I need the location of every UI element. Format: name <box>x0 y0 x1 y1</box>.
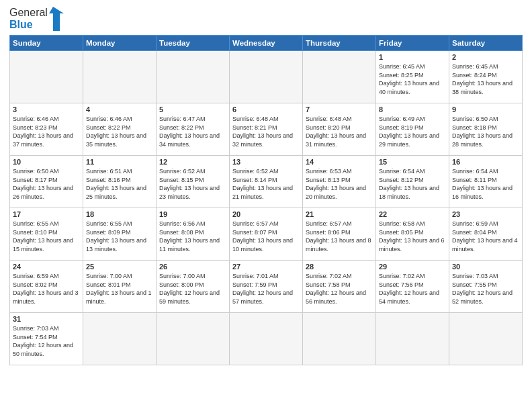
calendar-cell: 22Sunrise: 6:58 AM Sunset: 8:05 PM Dayli… <box>376 208 449 261</box>
calendar-header: SundayMondayTuesdayWednesdayThursdayFrid… <box>10 36 523 51</box>
calendar-cell: 30Sunrise: 7:03 AM Sunset: 7:55 PM Dayli… <box>449 261 523 313</box>
week-row-4: 17Sunrise: 6:55 AM Sunset: 8:10 PM Dayli… <box>10 208 523 261</box>
day-info: Sunrise: 6:54 AM Sunset: 8:11 PM Dayligh… <box>452 167 519 201</box>
calendar-cell: 7Sunrise: 6:48 AM Sunset: 8:20 PM Daylig… <box>303 103 376 156</box>
page-header: General Blue <box>9 7 523 31</box>
day-info: Sunrise: 6:46 AM Sunset: 8:23 PM Dayligh… <box>13 115 80 148</box>
day-number: 2 <box>452 53 519 61</box>
day-info: Sunrise: 6:45 AM Sunset: 8:25 PM Dayligh… <box>379 62 446 96</box>
calendar-cell <box>10 51 83 103</box>
calendar-cell: 15Sunrise: 6:54 AM Sunset: 8:12 PM Dayli… <box>376 156 449 208</box>
day-info: Sunrise: 6:47 AM Sunset: 8:22 PM Dayligh… <box>159 115 226 148</box>
calendar-cell <box>230 313 303 365</box>
day-number: 17 <box>13 210 80 218</box>
day-number: 27 <box>232 263 300 271</box>
day-number: 29 <box>379 263 446 271</box>
calendar-cell: 11Sunrise: 6:51 AM Sunset: 8:16 PM Dayli… <box>83 156 157 208</box>
day-number: 30 <box>452 263 519 271</box>
weekday-header-friday: Friday <box>376 36 449 51</box>
calendar-cell <box>230 51 303 103</box>
day-number: 6 <box>232 105 300 113</box>
day-info: Sunrise: 6:52 AM Sunset: 8:14 PM Dayligh… <box>232 167 300 201</box>
weekday-header-tuesday: Tuesday <box>157 36 230 51</box>
calendar-body: 1Sunrise: 6:45 AM Sunset: 8:25 PM Daylig… <box>10 51 523 365</box>
calendar-cell: 12Sunrise: 6:52 AM Sunset: 8:15 PM Dayli… <box>157 156 230 208</box>
calendar-cell: 17Sunrise: 6:55 AM Sunset: 8:10 PM Dayli… <box>10 208 83 261</box>
calendar-cell <box>303 313 376 365</box>
day-number: 10 <box>13 158 80 166</box>
day-info: Sunrise: 6:57 AM Sunset: 8:06 PM Dayligh… <box>306 220 373 253</box>
day-number: 31 <box>13 315 80 323</box>
calendar-cell <box>376 313 449 365</box>
day-number: 23 <box>452 210 519 218</box>
calendar-cell <box>83 51 157 103</box>
calendar-cell: 28Sunrise: 7:02 AM Sunset: 7:58 PM Dayli… <box>303 261 376 313</box>
weekday-row: SundayMondayTuesdayWednesdayThursdayFrid… <box>10 36 523 51</box>
calendar-cell: 8Sunrise: 6:49 AM Sunset: 8:19 PM Daylig… <box>376 103 449 156</box>
calendar-cell: 9Sunrise: 6:50 AM Sunset: 8:18 PM Daylig… <box>449 103 523 156</box>
day-number: 13 <box>232 158 300 166</box>
day-number: 15 <box>379 158 446 166</box>
day-info: Sunrise: 6:52 AM Sunset: 8:15 PM Dayligh… <box>159 167 226 201</box>
day-number: 16 <box>452 158 519 166</box>
weekday-header-thursday: Thursday <box>303 36 376 51</box>
calendar-cell: 16Sunrise: 6:54 AM Sunset: 8:11 PM Dayli… <box>449 156 523 208</box>
calendar-cell <box>83 313 157 365</box>
weekday-header-wednesday: Wednesday <box>230 36 303 51</box>
day-info: Sunrise: 6:57 AM Sunset: 8:07 PM Dayligh… <box>232 220 300 253</box>
calendar-cell: 25Sunrise: 7:00 AM Sunset: 8:01 PM Dayli… <box>83 261 157 313</box>
calendar-cell: 13Sunrise: 6:52 AM Sunset: 8:14 PM Dayli… <box>230 156 303 208</box>
weekday-header-saturday: Saturday <box>449 36 523 51</box>
week-row-3: 10Sunrise: 6:50 AM Sunset: 8:17 PM Dayli… <box>10 156 523 208</box>
svg-marker-0 <box>49 7 64 31</box>
calendar-cell: 1Sunrise: 6:45 AM Sunset: 8:25 PM Daylig… <box>376 51 449 103</box>
weekday-header-monday: Monday <box>83 36 157 51</box>
day-number: 26 <box>159 263 226 271</box>
day-number: 28 <box>306 263 373 271</box>
day-number: 1 <box>379 53 446 61</box>
calendar-cell: 21Sunrise: 6:57 AM Sunset: 8:06 PM Dayli… <box>303 208 376 261</box>
calendar-cell: 24Sunrise: 6:59 AM Sunset: 8:02 PM Dayli… <box>10 261 83 313</box>
day-info: Sunrise: 6:51 AM Sunset: 8:16 PM Dayligh… <box>86 167 153 201</box>
calendar-cell: 2Sunrise: 6:45 AM Sunset: 8:24 PM Daylig… <box>449 51 523 103</box>
day-number: 9 <box>452 105 519 113</box>
weekday-header-sunday: Sunday <box>10 36 83 51</box>
day-info: Sunrise: 7:03 AM Sunset: 7:54 PM Dayligh… <box>13 324 80 358</box>
week-row-1: 1Sunrise: 6:45 AM Sunset: 8:25 PM Daylig… <box>10 51 523 103</box>
day-info: Sunrise: 7:02 AM Sunset: 7:56 PM Dayligh… <box>379 272 446 306</box>
day-info: Sunrise: 6:50 AM Sunset: 8:18 PM Dayligh… <box>452 115 519 148</box>
day-info: Sunrise: 6:53 AM Sunset: 8:13 PM Dayligh… <box>306 167 373 201</box>
day-info: Sunrise: 6:56 AM Sunset: 8:08 PM Dayligh… <box>159 220 226 253</box>
calendar-cell: 14Sunrise: 6:53 AM Sunset: 8:13 PM Dayli… <box>303 156 376 208</box>
day-info: Sunrise: 6:50 AM Sunset: 8:17 PM Dayligh… <box>13 167 80 201</box>
day-info: Sunrise: 6:55 AM Sunset: 8:10 PM Dayligh… <box>13 220 80 253</box>
day-info: Sunrise: 7:00 AM Sunset: 8:00 PM Dayligh… <box>159 272 226 306</box>
logo-blue: Blue <box>9 19 33 30</box>
day-number: 11 <box>86 158 153 166</box>
day-info: Sunrise: 6:58 AM Sunset: 8:05 PM Dayligh… <box>379 220 446 253</box>
logo-flag-icon <box>49 7 64 31</box>
week-row-2: 3Sunrise: 6:46 AM Sunset: 8:23 PM Daylig… <box>10 103 523 156</box>
day-number: 22 <box>379 210 446 218</box>
day-info: Sunrise: 7:00 AM Sunset: 8:01 PM Dayligh… <box>86 272 153 306</box>
day-info: Sunrise: 6:48 AM Sunset: 8:20 PM Dayligh… <box>306 115 373 148</box>
day-info: Sunrise: 6:48 AM Sunset: 8:21 PM Dayligh… <box>232 115 300 148</box>
calendar-cell: 23Sunrise: 6:59 AM Sunset: 8:04 PM Dayli… <box>449 208 523 261</box>
calendar-cell: 6Sunrise: 6:48 AM Sunset: 8:21 PM Daylig… <box>230 103 303 156</box>
day-info: Sunrise: 6:59 AM Sunset: 8:04 PM Dayligh… <box>452 220 519 253</box>
calendar-cell: 4Sunrise: 6:46 AM Sunset: 8:22 PM Daylig… <box>83 103 157 156</box>
calendar-cell: 19Sunrise: 6:56 AM Sunset: 8:08 PM Dayli… <box>157 208 230 261</box>
calendar-cell <box>303 51 376 103</box>
day-number: 24 <box>13 263 80 271</box>
day-info: Sunrise: 6:46 AM Sunset: 8:22 PM Dayligh… <box>86 115 153 148</box>
day-number: 19 <box>159 210 226 218</box>
day-number: 7 <box>306 105 373 113</box>
day-number: 20 <box>232 210 300 218</box>
calendar-cell <box>157 313 230 365</box>
day-number: 8 <box>379 105 446 113</box>
week-row-6: 31Sunrise: 7:03 AM Sunset: 7:54 PM Dayli… <box>10 313 523 365</box>
calendar-cell: 26Sunrise: 7:00 AM Sunset: 8:00 PM Dayli… <box>157 261 230 313</box>
day-info: Sunrise: 6:55 AM Sunset: 8:09 PM Dayligh… <box>86 220 153 253</box>
day-number: 3 <box>13 105 80 113</box>
day-info: Sunrise: 7:03 AM Sunset: 7:55 PM Dayligh… <box>452 272 519 306</box>
